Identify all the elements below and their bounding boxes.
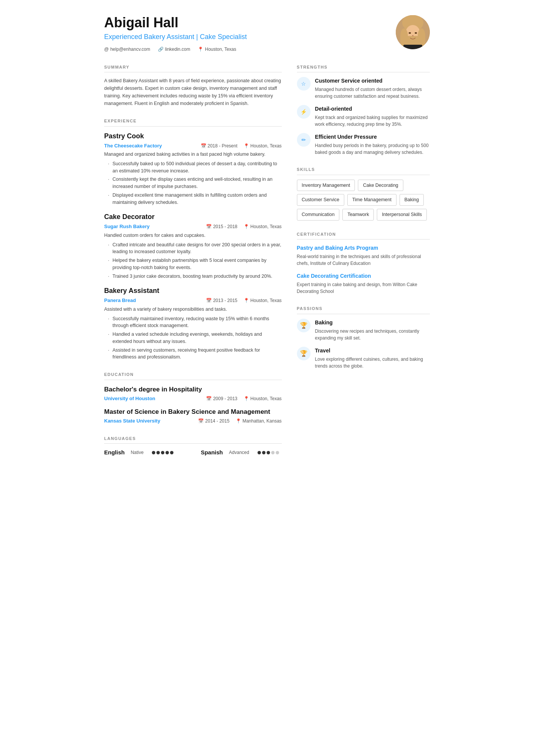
job-2-bullets: Crafted intricate and beautiful cake des… (104, 241, 282, 280)
strength-2-name: Detail-oriented (315, 105, 430, 113)
languages-title: LANGUAGES (104, 435, 282, 444)
dot (258, 451, 261, 454)
bullet-item: Successfully maintained inventory, reduc… (108, 315, 282, 330)
certification-title: CERTIFICATION (297, 231, 430, 240)
calendar-icon: 📅 2015 - 2018 (206, 223, 237, 230)
passion-1-icon: 🏆 (297, 319, 311, 332)
education-title: EDUCATION (104, 371, 282, 380)
job-2-meta: 📅 2015 - 2018 📍 Houston, Texas (206, 223, 281, 230)
skill-tag: Customer Service (297, 194, 344, 206)
strength-1-content: Customer Service oriented Managed hundre… (315, 77, 430, 100)
job-2-desc: Handled custom orders for cakes and cupc… (104, 232, 282, 239)
job-1-header: The Cheesecake Factory 📅 2018 - Present … (104, 142, 282, 150)
certification-section: CERTIFICATION Pastry and Baking Arts Pro… (297, 231, 430, 295)
calendar-icon: 📅 2013 - 2015 (206, 297, 237, 304)
location-icon: 📍 Houston, Texas (244, 223, 282, 230)
job-1-desc: Managed and organized baking activities … (104, 151, 282, 158)
passion-1: 🏆 Baking Discovering new recipes and tec… (297, 319, 430, 341)
email-value: help@enhancv.com (110, 46, 150, 53)
bullet-item: Crafted intricate and beautiful cake des… (108, 241, 282, 256)
cert-2-name: Cake Decorating Certification (297, 272, 430, 280)
strength-1-desc: Managed hundreds of custom dessert order… (315, 86, 430, 100)
dot (161, 451, 164, 454)
bullet-item: Consistently kept the display cases enti… (108, 176, 282, 190)
svg-point-6 (409, 32, 411, 34)
strength-3-desc: Handled busy periods in the bakery, prod… (315, 142, 430, 156)
lang-1-dots (152, 451, 173, 454)
strength-2-icon: ⚡ (297, 105, 311, 119)
candidate-name: Abigail Hall (104, 15, 247, 30)
job-3-desc: Assisted with a variety of bakery respon… (104, 306, 282, 313)
job-3: Bakery Assistant Panera Bread 📅 2013 - 2… (104, 286, 282, 361)
strength-3: ✏ Efficient Under Pressure Handled busy … (297, 133, 430, 156)
strengths-section: STRENGTHS ☆ Customer Service oriented Ma… (297, 64, 430, 156)
skill-tag: Inventory Management (297, 180, 355, 191)
cert-1-name: Pastry and Baking Arts Program (297, 244, 430, 252)
linkedin-value: linkedin.com (165, 46, 190, 53)
skill-tag: Communication (297, 209, 340, 221)
passion-2: 🏆 Travel Love exploring different cuisin… (297, 347, 430, 369)
job-3-meta: 📅 2013 - 2015 📍 Houston, Texas (206, 297, 281, 304)
bullet-item: Helped the bakery establish partnerships… (108, 257, 282, 271)
skills-grid: Inventory Management Cake Decorating Cus… (297, 180, 430, 221)
skill-tag: Interpersonal Skills (377, 209, 427, 221)
svg-rect-9 (403, 45, 422, 49)
job-3-company: Panera Bread (104, 297, 136, 304)
job-1: Pastry Cook The Cheesecake Factory 📅 201… (104, 131, 282, 206)
bullet-item: Trained 3 junior cake decorators, boosti… (108, 273, 282, 280)
passion-1-name: Baking (315, 319, 430, 327)
location-icon: 📍 Houston, Texas (244, 395, 282, 402)
passion-2-desc: Love exploring different cuisines, cultu… (315, 356, 430, 369)
location-icon: 📍 Houston, Texas (244, 142, 282, 149)
location-value: Houston, Texas (205, 46, 236, 53)
bullet-item: Assisted in serving customers, receiving… (108, 347, 282, 361)
avatar-image (396, 15, 430, 49)
edu-1-degree: Bachelor's degree in Hospitality (104, 385, 282, 394)
strengths-title: STRENGTHS (297, 64, 430, 73)
passion-1-content: Baking Discovering new recipes and techn… (315, 319, 430, 341)
edu-2-school: Kansas State University (104, 417, 160, 425)
summary-text: A skilled Bakery Assistant with 8 years … (104, 77, 282, 107)
summary-title: SUMMARY (104, 64, 282, 73)
strength-2: ⚡ Detail-oriented Kept track and organiz… (297, 105, 430, 128)
skills-section: SKILLS Inventory Management Cake Decorat… (297, 166, 430, 221)
left-column: SUMMARY A skilled Bakery Assistant with … (104, 64, 282, 468)
strength-2-content: Detail-oriented Kept track and organized… (315, 105, 430, 128)
passions-title: PASSIONS (297, 305, 430, 314)
cert-2-desc: Expert training in cake baking and desig… (297, 281, 430, 295)
strength-3-content: Efficient Under Pressure Handled busy pe… (315, 133, 430, 156)
skill-tag: Cake Decorating (358, 180, 403, 191)
lang-2-level: Advanced (229, 449, 249, 456)
job-2: Cake Decorator Sugar Rush Bakery 📅 2015 … (104, 212, 282, 280)
candidate-subtitle: Experienced Bakery Assistant | Cake Spec… (104, 32, 247, 42)
location-icon: 📍 Manhattan, Kansas (236, 418, 282, 424)
location-icon: 📍 (198, 46, 203, 53)
dot (166, 451, 169, 454)
calendar-icon: 📅 2014 - 2015 (198, 418, 229, 424)
skill-tag: Teamwork (342, 209, 374, 221)
skill-tag: Time Management (347, 194, 397, 206)
lang-2-name: Spanish (201, 448, 223, 457)
experience-title: EXPERIENCE (104, 118, 282, 127)
lang-2-dots (258, 451, 279, 454)
lang-1-level: Native (131, 449, 144, 456)
passion-2-icon: 🏆 (297, 347, 311, 360)
edu-1-school: University of Houston (104, 395, 155, 402)
edu-2-degree: Master of Science in Bakery Science and … (104, 407, 282, 417)
passions-section: PASSIONS 🏆 Baking Discovering new recipe… (297, 305, 430, 369)
skills-title: SKILLS (297, 166, 430, 175)
skill-tag: Baking (400, 194, 424, 206)
passion-1-desc: Discovering new recipes and techniques, … (315, 328, 430, 341)
languages-section: LANGUAGES English Native Spanish Advance… (104, 435, 282, 457)
strength-2-desc: Kept track and organized baking supplies… (315, 114, 430, 128)
avatar (396, 15, 430, 49)
linkedin-contact: 🔗 linkedin.com (158, 46, 190, 53)
link-icon: 🔗 (158, 46, 164, 53)
dot (271, 451, 275, 454)
calendar-icon: 📅 2018 - Present (201, 142, 237, 149)
job-1-company: The Cheesecake Factory (104, 142, 162, 150)
education-2: Master of Science in Bakery Science and … (104, 407, 282, 425)
email-contact: @ help@enhancv.com (104, 46, 150, 53)
job-3-bullets: Successfully maintained inventory, reduc… (104, 315, 282, 361)
right-column: STRENGTHS ☆ Customer Service oriented Ma… (297, 64, 430, 468)
